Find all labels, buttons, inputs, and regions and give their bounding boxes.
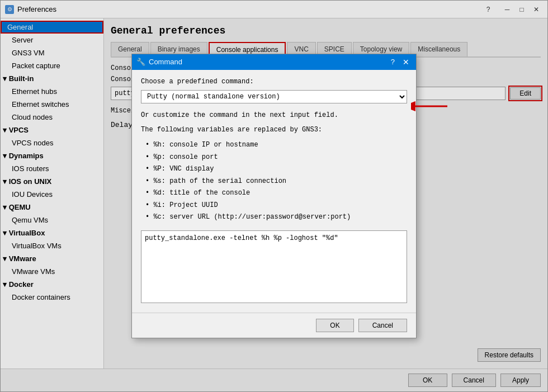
- dialog-footer: OK Cancel: [132, 313, 416, 338]
- dropdown-row: Putty (normal standalone version): [141, 90, 407, 103]
- dialog-title-bar: 🔧 Command ? ✕: [132, 54, 416, 70]
- dialog-help-button[interactable]: ?: [389, 58, 397, 66]
- var-i: • %i: Project UUID: [145, 200, 407, 212]
- predefined-select[interactable]: Putty (normal standalone version): [141, 90, 407, 103]
- command-textarea[interactable]: [141, 230, 407, 303]
- predefined-label: Choose a predefined command:: [141, 78, 407, 86]
- var-s: • %s: path of the serial connection: [145, 176, 407, 188]
- dialog-ok-button[interactable]: OK: [316, 319, 353, 332]
- dialog-overlay: 🔧 Command ? ✕ Choose a predefined comman…: [0, 0, 548, 392]
- var-P: • %P: VNC display: [145, 163, 407, 176]
- var-c: • %c: server URL (http://user:password@s…: [145, 211, 407, 224]
- var-d: • %d: title of the console: [145, 187, 407, 200]
- dialog-desc-2: The following variables are replaced by …: [141, 125, 407, 135]
- var-h: • %h: console IP or hostname: [145, 139, 407, 152]
- dialog-title: Command: [149, 58, 385, 66]
- var-p: • %p: console port: [145, 152, 407, 164]
- dialog-cancel-button[interactable]: Cancel: [358, 319, 407, 332]
- dialog-body: Choose a predefined command: Putty (norm…: [132, 70, 416, 313]
- dialog-variables: • %h: console IP or hostname • %p: conso…: [141, 139, 407, 224]
- command-dialog: 🔧 Command ? ✕ Choose a predefined comman…: [131, 54, 417, 338]
- dialog-desc-1: Or customize the command in the next inp…: [141, 110, 407, 120]
- dialog-icon: 🔧: [136, 58, 145, 66]
- dialog-close-button[interactable]: ✕: [400, 58, 412, 67]
- arrow-indicator: [411, 98, 450, 116]
